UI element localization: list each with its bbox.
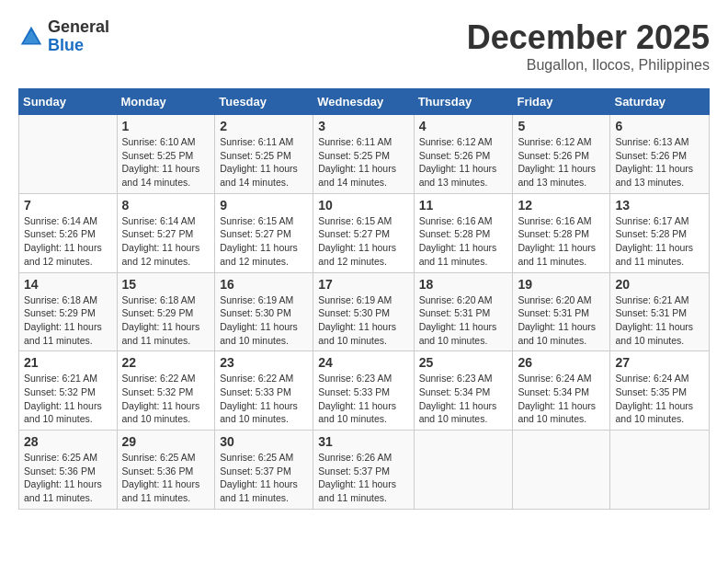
day-number: 14 [24, 277, 112, 292]
day-number: 30 [220, 434, 308, 449]
header-cell-friday: Friday [513, 89, 610, 115]
day-cell: 6Sunrise: 6:13 AMSunset: 5:26 PMDaylight… [610, 115, 710, 194]
header-row: SundayMondayTuesdayWednesdayThursdayFrid… [19, 89, 710, 115]
day-cell: 16Sunrise: 6:19 AMSunset: 5:30 PMDayligh… [215, 272, 313, 351]
day-number: 24 [318, 355, 408, 370]
day-info: Sunrise: 6:15 AMSunset: 5:27 PMDaylight:… [220, 214, 308, 269]
logo-text: General Blue [48, 18, 109, 55]
day-number: 1 [122, 119, 210, 133]
day-number: 3 [318, 119, 408, 133]
day-number: 11 [419, 198, 508, 213]
day-info: Sunrise: 6:21 AMSunset: 5:31 PMDaylight:… [615, 293, 704, 348]
day-info: Sunrise: 6:18 AMSunset: 5:29 PMDaylight:… [122, 293, 210, 348]
day-info: Sunrise: 6:12 AMSunset: 5:26 PMDaylight:… [518, 135, 605, 190]
day-number: 9 [220, 198, 308, 213]
day-cell [414, 431, 513, 510]
day-cell: 20Sunrise: 6:21 AMSunset: 5:31 PMDayligh… [610, 272, 710, 351]
day-info: Sunrise: 6:19 AMSunset: 5:30 PMDaylight:… [220, 293, 308, 348]
day-info: Sunrise: 6:25 AMSunset: 5:36 PMDaylight:… [122, 451, 210, 505]
logo: General Blue [18, 18, 109, 55]
day-info: Sunrise: 6:18 AMSunset: 5:29 PMDaylight:… [24, 293, 112, 348]
day-number: 31 [318, 434, 408, 449]
header-cell-tuesday: Tuesday [215, 89, 313, 115]
day-info: Sunrise: 6:14 AMSunset: 5:27 PMDaylight:… [122, 214, 210, 269]
day-cell [610, 431, 710, 510]
day-number: 5 [518, 119, 605, 133]
day-cell: 2Sunrise: 6:11 AMSunset: 5:25 PMDaylight… [215, 115, 313, 194]
calendar-body: 1Sunrise: 6:10 AMSunset: 5:25 PMDaylight… [19, 115, 710, 510]
header-cell-saturday: Saturday [610, 89, 710, 115]
page-header: General Blue December 2025 Bugallon, Ilo… [18, 18, 710, 74]
day-cell: 23Sunrise: 6:22 AMSunset: 5:33 PMDayligh… [215, 351, 313, 431]
day-info: Sunrise: 6:22 AMSunset: 5:32 PMDaylight:… [122, 372, 210, 426]
day-number: 8 [122, 198, 210, 213]
day-cell: 21Sunrise: 6:21 AMSunset: 5:32 PMDayligh… [19, 351, 118, 431]
day-number: 15 [122, 277, 210, 292]
day-info: Sunrise: 6:16 AMSunset: 5:28 PMDaylight:… [518, 214, 605, 269]
day-number: 12 [518, 198, 605, 213]
day-number: 6 [615, 119, 704, 133]
title-block: December 2025 Bugallon, Ilocos, Philippi… [467, 18, 710, 74]
logo-icon [18, 24, 44, 50]
day-number: 2 [220, 119, 308, 133]
day-number: 21 [24, 355, 112, 370]
week-row-5: 28Sunrise: 6:25 AMSunset: 5:36 PMDayligh… [19, 431, 710, 510]
day-number: 13 [615, 198, 704, 213]
day-info: Sunrise: 6:21 AMSunset: 5:32 PMDaylight:… [24, 372, 112, 426]
day-number: 19 [518, 277, 605, 292]
day-info: Sunrise: 6:22 AMSunset: 5:33 PMDaylight:… [220, 372, 308, 426]
day-info: Sunrise: 6:11 AMSunset: 5:25 PMDaylight:… [220, 135, 308, 190]
week-row-1: 1Sunrise: 6:10 AMSunset: 5:25 PMDaylight… [19, 115, 710, 194]
week-row-2: 7Sunrise: 6:14 AMSunset: 5:26 PMDaylight… [19, 193, 710, 272]
day-info: Sunrise: 6:15 AMSunset: 5:27 PMDaylight:… [318, 214, 408, 269]
day-number: 29 [122, 434, 210, 449]
header-cell-monday: Monday [117, 89, 215, 115]
logo-blue: Blue [48, 37, 109, 55]
week-row-3: 14Sunrise: 6:18 AMSunset: 5:29 PMDayligh… [19, 272, 710, 351]
day-cell: 28Sunrise: 6:25 AMSunset: 5:36 PMDayligh… [19, 431, 118, 510]
location: Bugallon, Ilocos, Philippines [467, 57, 710, 74]
day-info: Sunrise: 6:23 AMSunset: 5:34 PMDaylight:… [419, 372, 508, 426]
day-cell: 9Sunrise: 6:15 AMSunset: 5:27 PMDaylight… [215, 193, 313, 272]
header-cell-thursday: Thursday [414, 89, 513, 115]
month-title: December 2025 [467, 18, 710, 57]
day-info: Sunrise: 6:24 AMSunset: 5:35 PMDaylight:… [615, 372, 704, 426]
day-cell: 19Sunrise: 6:20 AMSunset: 5:31 PMDayligh… [513, 272, 610, 351]
day-info: Sunrise: 6:11 AMSunset: 5:25 PMDaylight:… [318, 135, 408, 190]
day-number: 18 [419, 277, 508, 292]
day-cell: 5Sunrise: 6:12 AMSunset: 5:26 PMDaylight… [513, 115, 610, 194]
day-cell: 3Sunrise: 6:11 AMSunset: 5:25 PMDaylight… [313, 115, 414, 194]
day-number: 16 [220, 277, 308, 292]
day-info: Sunrise: 6:19 AMSunset: 5:30 PMDaylight:… [318, 293, 408, 348]
day-cell: 30Sunrise: 6:25 AMSunset: 5:37 PMDayligh… [215, 431, 313, 510]
day-number: 28 [24, 434, 112, 449]
day-cell: 14Sunrise: 6:18 AMSunset: 5:29 PMDayligh… [19, 272, 118, 351]
day-cell [19, 115, 118, 194]
day-info: Sunrise: 6:25 AMSunset: 5:36 PMDaylight:… [24, 451, 112, 505]
day-cell: 31Sunrise: 6:26 AMSunset: 5:37 PMDayligh… [313, 431, 414, 510]
day-info: Sunrise: 6:10 AMSunset: 5:25 PMDaylight:… [122, 135, 210, 190]
day-cell: 24Sunrise: 6:23 AMSunset: 5:33 PMDayligh… [313, 351, 414, 431]
day-cell: 22Sunrise: 6:22 AMSunset: 5:32 PMDayligh… [117, 351, 215, 431]
day-number: 27 [615, 355, 704, 370]
day-cell: 18Sunrise: 6:20 AMSunset: 5:31 PMDayligh… [414, 272, 513, 351]
logo-general: General [48, 18, 109, 37]
day-info: Sunrise: 6:20 AMSunset: 5:31 PMDaylight:… [419, 293, 508, 348]
day-cell: 8Sunrise: 6:14 AMSunset: 5:27 PMDaylight… [117, 193, 215, 272]
day-info: Sunrise: 6:20 AMSunset: 5:31 PMDaylight:… [518, 293, 605, 348]
day-number: 17 [318, 277, 408, 292]
day-cell: 15Sunrise: 6:18 AMSunset: 5:29 PMDayligh… [117, 272, 215, 351]
day-cell [513, 431, 610, 510]
header-cell-sunday: Sunday [19, 89, 118, 115]
day-info: Sunrise: 6:25 AMSunset: 5:37 PMDaylight:… [220, 451, 308, 505]
day-number: 23 [220, 355, 308, 370]
day-cell: 13Sunrise: 6:17 AMSunset: 5:28 PMDayligh… [610, 193, 710, 272]
day-cell: 17Sunrise: 6:19 AMSunset: 5:30 PMDayligh… [313, 272, 414, 351]
calendar-header: SundayMondayTuesdayWednesdayThursdayFrid… [19, 89, 710, 115]
day-cell: 12Sunrise: 6:16 AMSunset: 5:28 PMDayligh… [513, 193, 610, 272]
day-number: 26 [518, 355, 605, 370]
day-info: Sunrise: 6:13 AMSunset: 5:26 PMDaylight:… [615, 135, 704, 190]
day-info: Sunrise: 6:23 AMSunset: 5:33 PMDaylight:… [318, 372, 408, 426]
day-cell: 4Sunrise: 6:12 AMSunset: 5:26 PMDaylight… [414, 115, 513, 194]
day-cell: 27Sunrise: 6:24 AMSunset: 5:35 PMDayligh… [610, 351, 710, 431]
